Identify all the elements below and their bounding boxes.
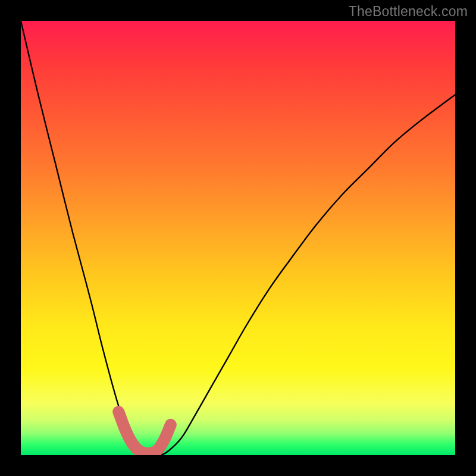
chart-plot-area [21,21,455,455]
watermark-text: TheBottleneck.com [349,4,468,20]
bottleneck-curve [21,21,455,455]
highlight-segment [118,412,171,453]
chart-svg [21,21,455,455]
